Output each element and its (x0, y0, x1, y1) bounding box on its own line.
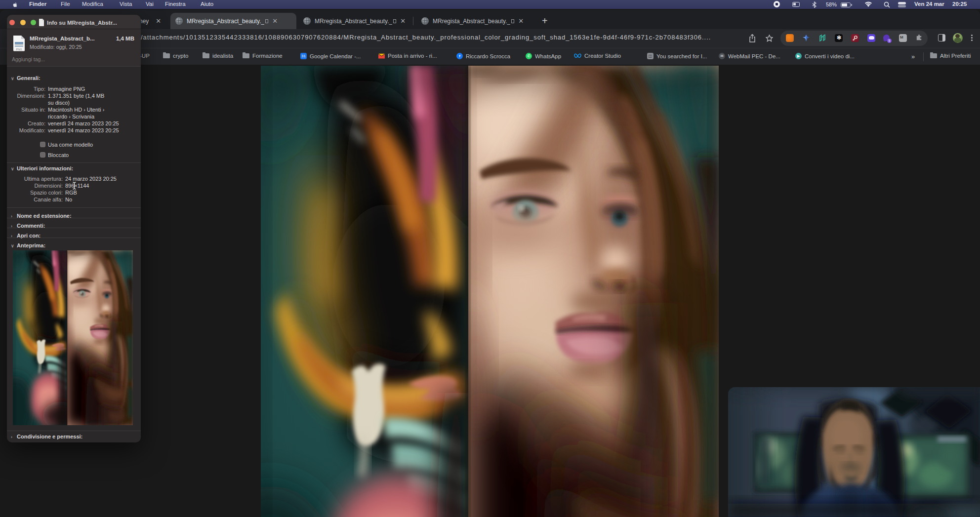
svg-text:PNG: PNG (16, 48, 22, 51)
